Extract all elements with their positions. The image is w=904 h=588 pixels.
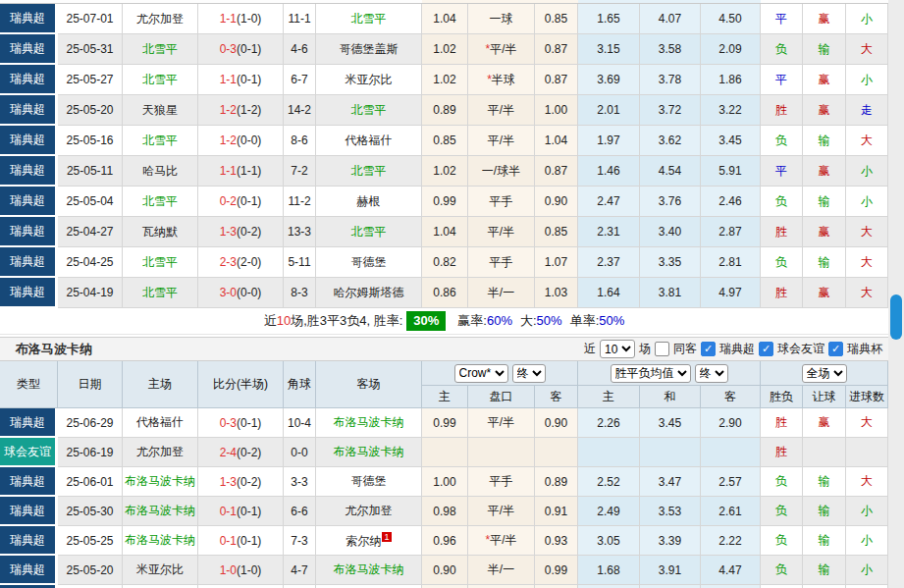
home-team-cell: 瓦纳默 — [123, 217, 198, 247]
same-venue-checkbox[interactable] — [655, 342, 669, 356]
score-cell: 1-1(1-1) — [198, 156, 284, 187]
same-venue-label: 同客 — [673, 338, 697, 360]
goals-result-cell: 小 — [846, 187, 888, 217]
date-cell: 25-05-11 — [58, 156, 123, 187]
scrollbar-thumb[interactable] — [890, 294, 902, 340]
result-cell: 胜 — [761, 438, 803, 467]
league-cell: 瑞典超 — [0, 126, 58, 156]
sub-euro-draw: 和 — [640, 386, 701, 408]
euro-odds-group-header: 胜平负均值终 — [578, 361, 761, 386]
goals-result-cell: 小 — [846, 65, 888, 95]
league-cell: 瑞典超 — [0, 556, 58, 585]
euro-home-odds-cell: 1.64 — [578, 278, 640, 308]
euro-away-odds-cell: 2.81 — [701, 247, 761, 278]
league-cell: 瑞典超 — [0, 408, 58, 438]
away-team-cell: 尤尔加登 — [316, 497, 422, 526]
euro-draw-odds-cell: 3.76 — [640, 187, 701, 217]
date-cell: 25-05-04 — [58, 187, 123, 217]
recent-count-select[interactable]: 10 — [600, 340, 635, 358]
sub-handicap-result: 让球 — [803, 386, 846, 408]
table-row: 瑞典超25-04-25北雪平2-3(2-0)5-11哥德堡0.82平手1.072… — [0, 247, 888, 278]
euro-home-odds-cell: 2.52 — [578, 467, 640, 497]
final-odds-select-2[interactable]: 终 — [695, 364, 728, 383]
euro-home-odds-cell: 1.65 — [578, 4, 640, 34]
result-cell: 平 — [761, 65, 803, 95]
handicap-result-cell: 赢 — [803, 95, 846, 126]
handicap-result-cell: 赢 — [803, 4, 846, 34]
table-row: 瑞典超25-04-19北雪平3-0(0-0)8-3哈尔姆斯塔德0.86半/一1.… — [0, 278, 888, 308]
handicap-away-odds-cell: 0.90 — [535, 408, 578, 438]
handicap-result-cell: 赢 — [803, 217, 846, 247]
home-team-cell: 代格福什 — [123, 408, 198, 438]
handicap-away-odds-cell: 0.99 — [535, 556, 578, 585]
team2-header-bar: 布洛马波卡纳 近 10 场 同客 ✓ 瑞典超 ✓ 球会友谊 ✓ 瑞典杯 — [0, 337, 888, 361]
scrollbar-track[interactable] — [888, 0, 904, 588]
euro-draw-odds-cell: 3.35 — [640, 247, 701, 278]
euro-draw-odds-cell: 4.07 — [640, 4, 701, 34]
euro-home-odds-cell: 1.97 — [578, 126, 640, 156]
home-team-cell: 米亚尔比 — [123, 556, 198, 585]
corner-cell: 11-1 — [284, 4, 316, 34]
euro-home-odds-cell: 2.47 — [578, 187, 640, 217]
away-team-cell: 北雪平 — [316, 156, 422, 187]
corner-cell: 13-3 — [284, 217, 316, 247]
league-cell: 瑞典超 — [0, 156, 58, 187]
home-team-cell: 北雪平 — [123, 247, 198, 278]
handicap-result-cell: 赢 — [803, 156, 846, 187]
euro-draw-odds-cell: 3.39 — [640, 526, 701, 556]
corner-cell: 7-2 — [284, 156, 316, 187]
away-team-cell: 米亚尔比 — [316, 65, 422, 95]
home-team-cell: 尤尔加登 — [123, 4, 198, 34]
handicap-home-odds-cell: 0.82 — [422, 247, 468, 278]
goals-result-cell: 小 — [846, 556, 888, 585]
summary-count: 10 — [277, 313, 291, 328]
league-cell: 瑞典超 — [0, 278, 58, 308]
league-checkbox-cup[interactable]: ✓ — [828, 342, 843, 356]
handicap-line-cell: 半/一 — [468, 278, 535, 308]
euro-away-odds-cell: 2.87 — [701, 217, 761, 247]
euro-home-odds-cell: 2.49 — [578, 497, 640, 526]
euro-home-odds-cell: 2.37 — [578, 247, 640, 278]
away-team-cell: 布洛马波卡纳 — [316, 438, 422, 467]
corner-cell: 5-11 — [284, 247, 316, 278]
league-checkbox-friendly[interactable]: ✓ — [759, 342, 773, 356]
euro-draw-odds-cell — [640, 438, 701, 467]
sub-handicap: 盘口 — [468, 386, 535, 408]
away-team-cell: 北雪平 — [316, 217, 422, 247]
goals-result-cell: 走 — [846, 95, 888, 126]
goals-result-cell: 小 — [846, 156, 888, 187]
corner-cell: 6-6 — [284, 497, 316, 526]
handicap-home-odds-cell: 1.04 — [422, 217, 468, 247]
handicap-line-cell: 一/球半 — [468, 156, 535, 187]
corner-cell: 0-0 — [284, 438, 316, 467]
handicap-away-odds-cell: 0.89 — [535, 467, 578, 497]
handicap-home-odds-cell: 1.02 — [422, 156, 468, 187]
sub-away-odds: 客 — [535, 386, 578, 408]
handicap-home-odds-cell — [422, 438, 468, 467]
handicap-line-cell — [468, 438, 535, 467]
away-team-cell: 代格福什 — [316, 126, 422, 156]
league-cell: 瑞典超 — [0, 467, 58, 497]
handicap-home-odds-cell: 1.00 — [422, 467, 468, 497]
euro-home-odds-cell: 3.05 — [578, 526, 640, 556]
goals-result-cell: 大 — [846, 217, 888, 247]
result-cell: 负 — [761, 34, 803, 65]
team1-history-table: 瑞典超25-07-01尤尔加登1-1(1-0)11-1北雪平1.04一球0.85… — [0, 4, 888, 308]
match-scope-select[interactable]: 全场 — [802, 364, 847, 383]
odds-average-select[interactable]: 胜平负均值 — [611, 364, 691, 383]
league-checkbox-allsvenskan[interactable]: ✓ — [701, 342, 716, 356]
date-cell: 25-05-25 — [58, 526, 123, 556]
corner-cell: 8-3 — [284, 278, 316, 308]
handicap-home-odds-cell: 0.90 — [422, 556, 468, 585]
final-odds-select-1[interactable]: 终 — [512, 364, 546, 383]
euro-draw-odds-cell: 3.45 — [640, 408, 701, 438]
handicap-home-odds-cell: 0.99 — [422, 408, 468, 438]
table-row: 瑞典超25-05-20米亚尔比1-0(1-0)4-7布洛马波卡纳0.90半/一0… — [0, 556, 888, 585]
bookmaker-select[interactable]: Crow* — [454, 364, 508, 383]
score-cell: 1-2(1-2) — [198, 95, 284, 126]
table-row: 瑞典超25-05-11哈马比1-1(1-1)7-2北雪平1.02一/球半0.87… — [0, 156, 888, 187]
goals-result-cell — [846, 438, 888, 467]
score-cell: 0-1(0-1) — [198, 526, 284, 556]
euro-draw-odds-cell: 3.62 — [640, 126, 701, 156]
away-team-cell: 哥德堡盖斯 — [316, 34, 422, 65]
